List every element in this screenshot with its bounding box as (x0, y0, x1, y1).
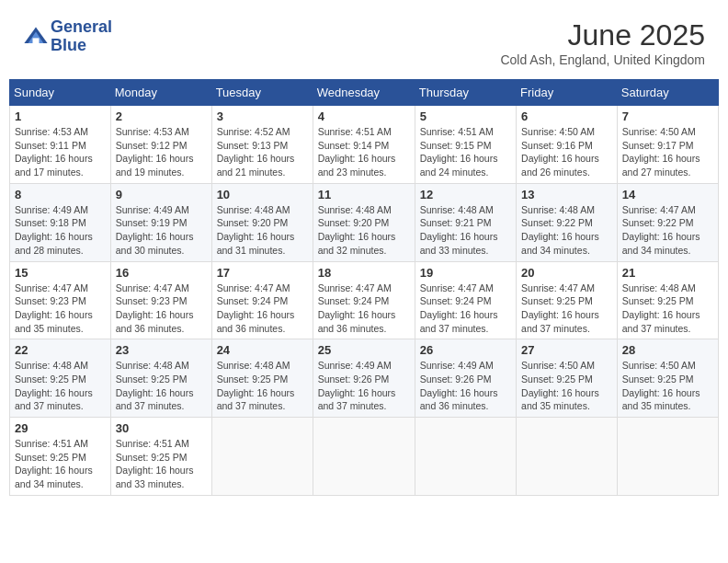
day-number: 12 (420, 188, 511, 201)
calendar-cell: 26Sunrise: 4:49 AM Sunset: 9:26 PM Dayli… (415, 339, 516, 418)
calendar-header-wednesday: Wednesday (313, 80, 415, 106)
calendar-header-monday: Monday (110, 80, 211, 106)
calendar-cell: 17Sunrise: 4:47 AM Sunset: 9:24 PM Dayli… (211, 261, 313, 339)
calendar-header-thursday: Thursday (415, 80, 516, 106)
day-info: Sunrise: 4:53 AM Sunset: 9:12 PM Dayligh… (116, 125, 207, 179)
day-info: Sunrise: 4:47 AM Sunset: 9:23 PM Dayligh… (15, 282, 106, 336)
calendar-cell: 14Sunrise: 4:47 AM Sunset: 9:22 PM Dayli… (617, 183, 718, 261)
day-number: 7 (622, 109, 713, 123)
day-number: 11 (318, 188, 410, 201)
day-number: 14 (622, 188, 713, 201)
calendar-cell: 15Sunrise: 4:47 AM Sunset: 9:23 PM Dayli… (10, 261, 111, 339)
calendar-cell: 22Sunrise: 4:48 AM Sunset: 9:25 PM Dayli… (10, 339, 111, 418)
calendar-header-row: SundayMondayTuesdayWednesdayThursdayFrid… (10, 80, 719, 106)
day-info: Sunrise: 4:53 AM Sunset: 9:11 PM Dayligh… (15, 125, 106, 179)
location-subtitle: Cold Ash, England, United Kingdom (500, 52, 705, 67)
day-info: Sunrise: 4:47 AM Sunset: 9:23 PM Dayligh… (116, 282, 207, 336)
calendar-cell (415, 418, 516, 496)
day-number: 29 (15, 421, 106, 435)
calendar-week-4: 22Sunrise: 4:48 AM Sunset: 9:25 PM Dayli… (10, 339, 719, 418)
day-number: 26 (420, 343, 511, 357)
day-info: Sunrise: 4:50 AM Sunset: 9:25 PM Dayligh… (521, 359, 612, 413)
day-number: 13 (521, 188, 612, 201)
calendar-cell: 27Sunrise: 4:50 AM Sunset: 9:25 PM Dayli… (517, 339, 618, 418)
day-number: 21 (622, 266, 713, 280)
day-info: Sunrise: 4:47 AM Sunset: 9:24 PM Dayligh… (217, 282, 308, 336)
calendar-header-tuesday: Tuesday (211, 80, 313, 106)
calendar-cell: 9Sunrise: 4:49 AM Sunset: 9:19 PM Daylig… (110, 183, 211, 261)
day-number: 2 (116, 109, 207, 123)
calendar-cell: 13Sunrise: 4:48 AM Sunset: 9:22 PM Dayli… (517, 183, 618, 261)
day-number: 3 (217, 109, 308, 123)
day-number: 30 (116, 421, 207, 435)
calendar-header-friday: Friday (517, 80, 618, 106)
calendar-cell: 2Sunrise: 4:53 AM Sunset: 9:12 PM Daylig… (110, 106, 211, 184)
day-info: Sunrise: 4:48 AM Sunset: 9:21 PM Dayligh… (420, 203, 511, 258)
day-info: Sunrise: 4:49 AM Sunset: 9:26 PM Dayligh… (420, 359, 511, 413)
day-number: 4 (318, 109, 410, 123)
logo-text: General Blue (51, 18, 112, 55)
calendar-cell: 16Sunrise: 4:47 AM Sunset: 9:23 PM Dayli… (110, 261, 211, 339)
calendar-cell: 5Sunrise: 4:51 AM Sunset: 9:15 PM Daylig… (415, 106, 516, 184)
calendar-cell: 12Sunrise: 4:48 AM Sunset: 9:21 PM Dayli… (415, 183, 516, 261)
day-info: Sunrise: 4:50 AM Sunset: 9:17 PM Dayligh… (622, 125, 713, 179)
calendar-cell: 4Sunrise: 4:51 AM Sunset: 9:14 PM Daylig… (313, 106, 415, 184)
day-number: 27 (521, 343, 612, 357)
day-number: 6 (521, 109, 612, 123)
day-number: 15 (15, 266, 106, 280)
day-info: Sunrise: 4:52 AM Sunset: 9:13 PM Dayligh… (217, 125, 308, 179)
logo-icon (23, 24, 49, 50)
logo: General Blue (23, 18, 112, 55)
calendar-cell: 21Sunrise: 4:48 AM Sunset: 9:25 PM Dayli… (617, 261, 718, 339)
calendar-cell: 1Sunrise: 4:53 AM Sunset: 9:11 PM Daylig… (10, 106, 111, 184)
day-number: 9 (116, 188, 207, 201)
calendar-cell: 30Sunrise: 4:51 AM Sunset: 9:25 PM Dayli… (110, 418, 211, 496)
calendar-cell: 6Sunrise: 4:50 AM Sunset: 9:16 PM Daylig… (517, 106, 618, 184)
calendar-header-sunday: Sunday (10, 80, 111, 106)
day-info: Sunrise: 4:48 AM Sunset: 9:25 PM Dayligh… (116, 359, 207, 413)
day-info: Sunrise: 4:48 AM Sunset: 9:25 PM Dayligh… (15, 359, 106, 413)
header: General Blue June 2025 Cold Ash, England… (9, 9, 719, 72)
day-number: 20 (521, 266, 612, 280)
day-number: 25 (318, 343, 410, 357)
day-number: 18 (318, 266, 410, 280)
calendar-cell: 3Sunrise: 4:52 AM Sunset: 9:13 PM Daylig… (211, 106, 313, 184)
day-number: 17 (217, 266, 308, 280)
day-number: 24 (217, 343, 308, 357)
logo-line1: General (51, 18, 112, 37)
day-info: Sunrise: 4:49 AM Sunset: 9:18 PM Dayligh… (15, 203, 106, 258)
day-info: Sunrise: 4:48 AM Sunset: 9:20 PM Dayligh… (217, 203, 308, 258)
calendar-cell (617, 418, 718, 496)
calendar-week-1: 1Sunrise: 4:53 AM Sunset: 9:11 PM Daylig… (10, 106, 719, 184)
day-info: Sunrise: 4:47 AM Sunset: 9:24 PM Dayligh… (318, 282, 410, 336)
calendar-week-3: 15Sunrise: 4:47 AM Sunset: 9:23 PM Dayli… (10, 261, 719, 339)
calendar-cell: 8Sunrise: 4:49 AM Sunset: 9:18 PM Daylig… (10, 183, 111, 261)
calendar-cell: 23Sunrise: 4:48 AM Sunset: 9:25 PM Dayli… (110, 339, 211, 418)
day-info: Sunrise: 4:47 AM Sunset: 9:22 PM Dayligh… (622, 203, 713, 258)
calendar-cell: 20Sunrise: 4:47 AM Sunset: 9:25 PM Dayli… (517, 261, 618, 339)
calendar-cell: 7Sunrise: 4:50 AM Sunset: 9:17 PM Daylig… (617, 106, 718, 184)
calendar-table: SundayMondayTuesdayWednesdayThursdayFrid… (9, 79, 719, 496)
calendar-cell: 18Sunrise: 4:47 AM Sunset: 9:24 PM Dayli… (313, 261, 415, 339)
calendar-cell: 25Sunrise: 4:49 AM Sunset: 9:26 PM Dayli… (313, 339, 415, 418)
calendar-cell: 24Sunrise: 4:48 AM Sunset: 9:25 PM Dayli… (211, 339, 313, 418)
calendar-week-2: 8Sunrise: 4:49 AM Sunset: 9:18 PM Daylig… (10, 183, 719, 261)
calendar-cell: 28Sunrise: 4:50 AM Sunset: 9:25 PM Dayli… (617, 339, 718, 418)
day-number: 8 (15, 188, 106, 201)
day-info: Sunrise: 4:51 AM Sunset: 9:14 PM Dayligh… (318, 125, 410, 179)
calendar-week-5: 29Sunrise: 4:51 AM Sunset: 9:25 PM Dayli… (10, 418, 719, 496)
day-info: Sunrise: 4:50 AM Sunset: 9:16 PM Dayligh… (521, 125, 612, 179)
day-info: Sunrise: 4:48 AM Sunset: 9:22 PM Dayligh… (521, 203, 612, 258)
month-title: June 2025 (500, 18, 705, 52)
calendar-cell (313, 418, 415, 496)
day-info: Sunrise: 4:48 AM Sunset: 9:25 PM Dayligh… (622, 282, 713, 336)
day-info: Sunrise: 4:51 AM Sunset: 9:25 PM Dayligh… (15, 437, 106, 491)
day-info: Sunrise: 4:47 AM Sunset: 9:25 PM Dayligh… (521, 282, 612, 336)
day-info: Sunrise: 4:49 AM Sunset: 9:19 PM Dayligh… (116, 203, 207, 258)
logo-line2: Blue (51, 37, 112, 55)
calendar-cell: 10Sunrise: 4:48 AM Sunset: 9:20 PM Dayli… (211, 183, 313, 261)
day-number: 23 (116, 343, 207, 357)
calendar-cell: 19Sunrise: 4:47 AM Sunset: 9:24 PM Dayli… (415, 261, 516, 339)
day-info: Sunrise: 4:47 AM Sunset: 9:24 PM Dayligh… (420, 282, 511, 336)
calendar-cell: 29Sunrise: 4:51 AM Sunset: 9:25 PM Dayli… (10, 418, 111, 496)
